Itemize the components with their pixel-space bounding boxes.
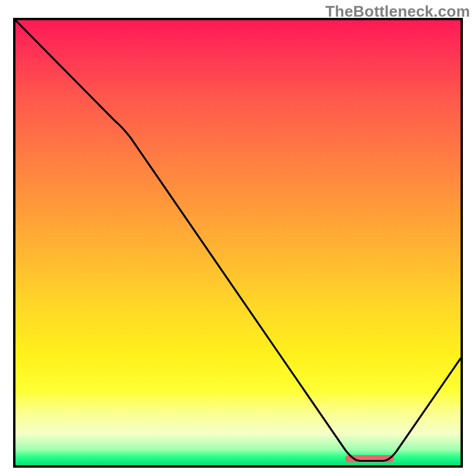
chart-frame [13,18,463,468]
curve-svg [15,20,461,465]
bottleneck-curve-path [15,20,461,461]
chart-container: TheBottleneck.com [0,0,476,476]
plot-area [15,20,461,465]
